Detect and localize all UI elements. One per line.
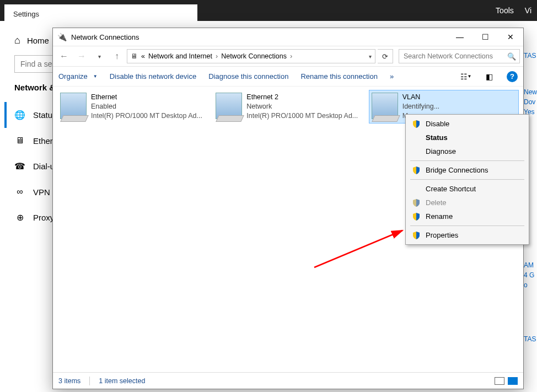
connection-item-ethernet[interactable]: Ethernet Enabled Intel(R) PRO/1000 MT De… [57,90,207,123]
organize-menu[interactable]: Organize [58,72,98,80]
large-icons-view-icon[interactable] [508,377,518,385]
spacer [412,134,420,142]
minimize-button[interactable]: — [447,28,472,46]
separator [410,225,524,226]
more-commands[interactable]: » [390,72,394,80]
spacer [412,148,420,155]
annotation-arrow [312,226,411,270]
ctx-label: Create Shortcut [426,185,476,193]
ctx-bridge[interactable]: Bridge Connections [406,163,529,177]
sidebar-label: Proxy [33,213,54,222]
ctx-diagnose[interactable]: Diagnose [406,144,529,158]
ctx-label: Rename [426,212,453,221]
help-icon[interactable]: ? [507,71,518,82]
forward-button[interactable]: → [74,49,89,64]
status-bar: 3 items 1 item selected [53,372,523,389]
selected-count: 1 item selected [99,377,145,385]
connection-status: Network [246,102,358,111]
address-bar-row: ← → ▾ ↑ 🖥 « Network and Internet › Netwo… [53,46,523,67]
ctx-label: Bridge Connections [426,166,488,174]
ctx-rename[interactable]: Rename [406,210,529,223]
details-view-icon[interactable] [495,377,504,385]
context-menu: Disable Status Diagnose Bridge Connectio… [405,114,529,245]
spacer [412,185,420,193]
breadcrumb-item[interactable]: Network Connections [221,52,287,60]
ctx-label: Delete [426,198,447,207]
vpn-icon: ∞ [14,187,25,197]
shield-icon [412,199,420,207]
settings-title: Settings [4,4,197,24]
separator [410,160,524,161]
address-dropdown-icon[interactable]: ▾ [369,53,372,60]
location-icon: 🖥 [131,52,138,60]
connection-item-ethernet2[interactable]: Ethernet 2 Network Intel(R) PRO/1000 MT … [213,90,363,123]
up-button[interactable]: ↑ [109,49,125,64]
divider [89,377,90,385]
shield-icon [412,232,420,239]
window-icon: 🔌 [57,33,67,41]
preview-pane-icon[interactable]: ◧ [484,71,495,82]
maximize-button[interactable]: ☐ [472,28,498,46]
refresh-button[interactable]: ⟳ [378,49,393,63]
svg-line-0 [314,230,402,267]
dialup-icon: ☎ [14,161,25,171]
adapter-icon [216,93,242,119]
ethernet-icon: 🖥 [14,136,25,146]
shield-icon [412,213,420,221]
ctx-shortcut[interactable]: Create Shortcut [406,182,529,196]
ctx-label: Properties [426,231,458,239]
connection-status: Identifying... [402,102,439,111]
chevron-right-icon: › [216,52,218,60]
sidebar-label: VPN [33,187,50,197]
connection-name: Ethernet [91,93,202,102]
sidebar-label: Dial-u [33,162,55,171]
back-button[interactable]: ← [56,49,72,64]
titlebar: 🔌 Network Connections — ☐ ✕ [53,28,523,46]
breadcrumb-item[interactable]: Network and Internet [148,52,212,60]
recent-dropdown[interactable]: ▾ [92,49,107,64]
close-button[interactable]: ✕ [498,28,523,46]
ctx-properties[interactable]: Properties [406,228,529,242]
ctx-label: Disable [426,120,449,128]
view-options-icon[interactable]: ☷▼ [460,71,471,82]
connection-desc: Intel(R) PRO/1000 MT Desktop Ad... [91,111,202,121]
connection-status: Enabled [91,102,202,111]
item-count: 3 items [58,377,80,385]
home-label: Home [27,36,49,45]
shield-icon [412,167,420,174]
search-box[interactable]: 🔍 [399,49,520,63]
ctx-delete: Delete [406,196,529,210]
chevron-right-icon: › [290,52,292,60]
connection-name: Ethernet 2 [246,93,358,102]
menu-view[interactable]: Vi [525,6,531,15]
breadcrumb-prefix: « [141,52,145,60]
ctx-status[interactable]: Status [406,131,529,144]
proxy-icon: ⊕ [14,212,25,223]
shield-icon [412,120,420,128]
connection-desc: Intel(R) PRO/1000 MT Desktop Ad... [246,111,358,121]
menu-tools[interactable]: Tools [496,6,514,15]
adapter-icon [60,93,87,119]
ctx-label: Diagnose [426,147,456,155]
rename-button[interactable]: Rename this connection [300,72,377,80]
command-bar: Organize Disable this network device Dia… [53,67,523,87]
search-input[interactable] [402,52,507,61]
ctx-disable[interactable]: Disable [406,117,529,131]
disable-device-button[interactable]: Disable this network device [110,72,197,80]
home-icon: ⌂ [14,35,20,46]
view-mode-switcher[interactable] [495,377,518,385]
connection-name: VLAN [402,93,439,102]
window-title: Network Connections [71,33,447,41]
search-icon: 🔍 [507,52,516,61]
diagnose-button[interactable]: Diagnose this connection [208,72,288,80]
globe-icon: 🌐 [14,110,25,120]
adapter-icon [372,93,398,119]
separator [410,179,524,180]
ctx-label: Status [426,133,448,142]
address-bar[interactable]: 🖥 « Network and Internet › Network Conne… [127,49,375,63]
